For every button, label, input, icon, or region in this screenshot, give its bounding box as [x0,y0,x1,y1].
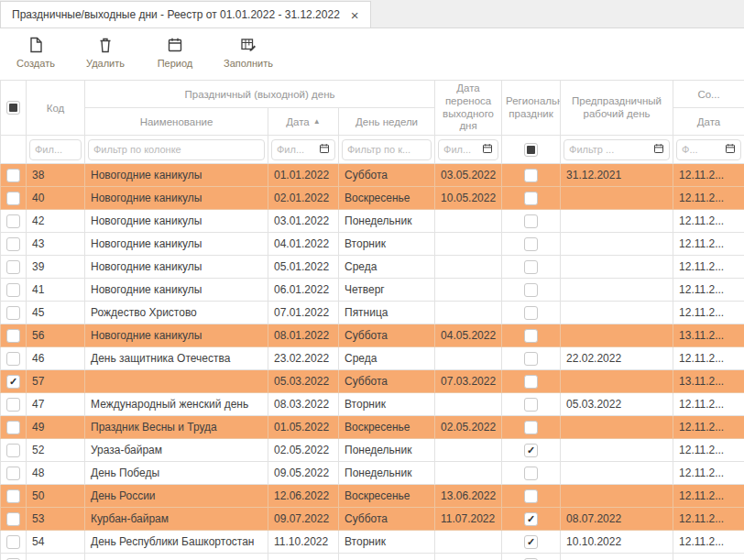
regional-checkbox[interactable] [524,512,538,526]
regional-checkbox[interactable] [524,375,538,389]
filter-code-input[interactable] [35,144,76,155]
regional-checkbox[interactable] [524,214,538,228]
create-button[interactable]: Создать [15,36,57,69]
regional-checkbox[interactable] [524,306,538,320]
regional-checkbox[interactable] [524,535,538,549]
tab-holidays-register[interactable]: Праздничные/выходные дни - Реестр от 01.… [0,1,371,27]
cell-transfer-date [435,233,502,256]
column-header-created-date[interactable]: Дата [673,108,744,136]
row-select-checkbox[interactable] [6,421,20,434]
row-select-checkbox[interactable] [6,329,20,343]
row-select-checkbox[interactable] [6,192,20,205]
regional-checkbox[interactable] [524,169,538,182]
column-header-regional[interactable]: Региональный праздник [502,81,561,136]
table-row[interactable]: 53Курбан-байрам09.07.2022Суббота11.07.20… [1,508,744,531]
calendar-icon[interactable] [482,143,493,156]
row-select-checkbox[interactable] [6,489,20,503]
select-all-header[interactable] [1,81,27,136]
table-row[interactable]: 41Новогодние каникулы06.01.2022Четверг12… [1,279,744,302]
row-select-checkbox[interactable] [6,398,20,412]
table-row[interactable]: 46День защитника Отечества23.02.2022Сред… [1,347,744,370]
regional-checkbox[interactable] [524,283,538,297]
column-header-name[interactable]: Наименование [85,108,268,136]
cell-weekday: Суббота [339,164,435,187]
row-select-checkbox[interactable] [6,512,20,526]
row-select-checkbox[interactable] [6,467,20,480]
delete-button[interactable]: Удалить [84,36,126,69]
filter-name-input[interactable] [93,144,259,155]
table-row[interactable]: 47Международный женский день08.03.2022Вт… [1,393,744,416]
column-header-preholiday[interactable]: Предпраздничный рабочий день [561,81,673,136]
table-row[interactable]: 40Новогодние каникулы02.01.2022Воскресен… [1,187,744,210]
regional-checkbox[interactable] [524,237,538,251]
cell-weekday: Суббота [339,370,435,393]
table-row[interactable]: 45Рождество Христово07.01.2022Пятница12.… [1,302,744,324]
table-row[interactable]: 54День Республики Башкортостан11.10.2022… [1,531,744,554]
row-select-checkbox[interactable] [6,444,20,457]
row-select-checkbox[interactable] [6,535,20,549]
row-select-checkbox[interactable] [6,214,20,228]
table-row[interactable]: 38Новогодние каникулы01.01.2022Суббота03… [1,164,744,187]
filter-date-input[interactable] [277,144,316,155]
calendar-icon[interactable] [319,143,330,156]
cell-regional [502,210,561,233]
regional-filter-checkbox[interactable] [524,143,538,157]
cell-code: 56 [27,324,85,347]
filter-preholiday-input[interactable] [569,144,651,155]
table-row[interactable]: 5705.03.2022Суббота07.03.202213.11.2... [1,370,744,393]
regional-checkbox[interactable] [524,260,538,274]
filter-transfer-input[interactable] [443,144,479,155]
table-row[interactable]: 49Праздник Весны и Труда01.05.2022Воскре… [1,416,744,439]
table-row[interactable]: 43Новогодние каникулы04.01.2022Вторник12… [1,233,744,256]
row-select-checkbox[interactable] [6,169,20,182]
row-select-checkbox[interactable] [6,260,20,274]
regional-checkbox[interactable] [524,352,538,366]
table-row[interactable]: 51День народного единства04.11.2022Пятни… [1,554,744,560]
cell-code: 51 [27,554,85,560]
cell-transfer-date [435,393,502,416]
table-row[interactable]: 42Новогодние каникулы03.01.2022Понедельн… [1,210,744,233]
filter-created-input[interactable] [682,144,722,155]
regional-checkbox[interactable] [524,398,538,412]
fill-button[interactable]: Заполнить [224,36,273,69]
column-header-transfer[interactable]: Дата переноса выходного дня [435,81,502,136]
calendar-icon[interactable] [725,143,736,156]
table-row[interactable]: 50День России12.06.2022Воскресенье13.06.… [1,485,744,508]
regional-checkbox[interactable] [524,329,538,343]
holidays-grid: Код Праздничный (выходной) день Дата пер… [0,80,744,560]
row-select-cell [1,324,27,347]
cell-date: 11.10.2022 [268,531,339,554]
cell-code: 52 [27,439,85,462]
calendar-icon[interactable] [653,143,664,156]
cell-date: 05.01.2022 [268,256,339,279]
row-select-checkbox[interactable] [6,375,20,389]
row-select-cell [1,164,27,187]
table-row[interactable]: 39Новогодние каникулы05.01.2022Среда12.1… [1,256,744,279]
column-header-date[interactable]: Дата▲ [268,108,339,136]
regional-checkbox[interactable] [524,192,538,205]
row-select-checkbox[interactable] [6,237,20,251]
column-header-weekday[interactable]: День недели [339,108,435,136]
cell-created-date: 12.11.2... [673,416,744,439]
period-button[interactable]: Период [154,36,196,69]
regional-checkbox[interactable] [524,467,538,480]
cell-created-date: 12.11.2... [673,462,744,485]
cell-weekday: Вторник [339,393,435,416]
column-header-code[interactable]: Код [27,81,85,136]
close-icon[interactable]: × [351,8,359,22]
table-row[interactable]: 56Новогодние каникулы08.01.2022Суббота04… [1,324,744,347]
filter-weekday-input[interactable] [347,144,426,155]
table-row[interactable]: 48День Победы09.05.2022Понедельник12.11.… [1,462,744,485]
row-select-checkbox[interactable] [6,352,20,366]
row-select-checkbox[interactable] [6,306,20,320]
row-select-cell [1,256,27,279]
regional-checkbox[interactable] [524,444,538,457]
regional-checkbox[interactable] [524,421,538,434]
table-row[interactable]: 52Ураза-байрам02.05.2022Понедельник12.11… [1,439,744,462]
row-select-checkbox[interactable] [6,283,20,297]
cell-preholiday-date: 10.10.2022 [561,531,673,554]
cell-created-date: 12.11.2... [673,554,744,560]
regional-checkbox[interactable] [524,489,538,503]
cell-name: День народного единства [85,554,268,560]
select-all-checkbox[interactable] [6,101,20,115]
